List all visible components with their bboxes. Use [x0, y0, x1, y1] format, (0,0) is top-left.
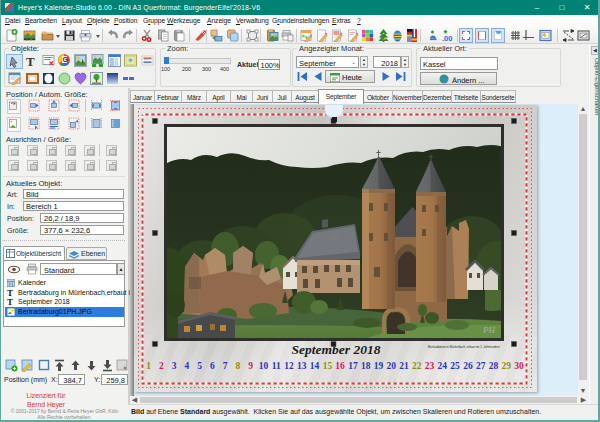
svg-text:G: G — [63, 56, 69, 63]
svg-text:.00: .00 — [442, 34, 452, 43]
